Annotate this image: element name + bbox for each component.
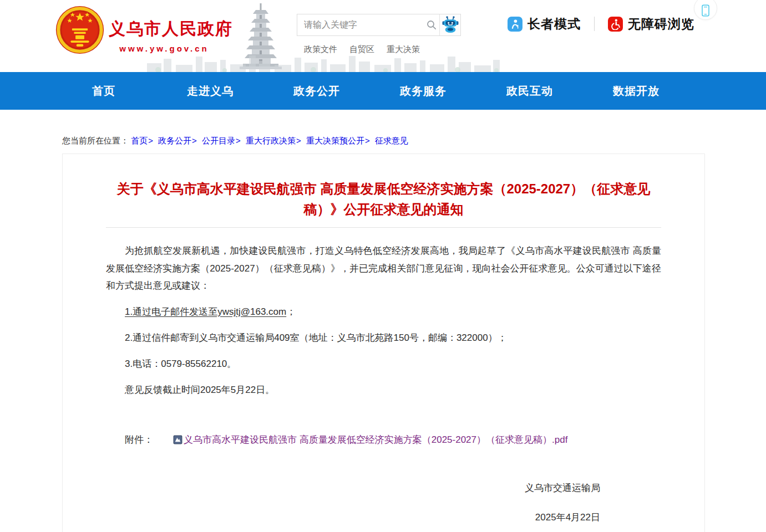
breadcrumb-separator: > — [365, 136, 370, 145]
accessibility-browse-button[interactable]: 无障碍浏览 — [608, 16, 694, 33]
article-item-mail: 2.通过信件邮寄到义乌市交通运输局409室（地址：义乌市北苑路150号，邮编：3… — [106, 329, 661, 347]
nav-item-open-data[interactable]: 数据开放 — [583, 72, 689, 110]
search-box — [297, 14, 461, 36]
breadcrumb-prefix: 您当前所在位置： — [62, 136, 129, 145]
mobile-phone-icon — [701, 4, 711, 17]
article-title: 关于《义乌市高水平建设民航强市 高质量发展低空经济实施方案（2025-2027）… — [106, 178, 661, 219]
breadcrumb-link-home[interactable]: 首页 — [131, 136, 148, 145]
wheelchair-icon — [608, 17, 623, 32]
elder-mode-label: 长者模式 — [527, 16, 581, 33]
search-button[interactable] — [423, 14, 439, 35]
mobile-version-button[interactable] — [694, 0, 717, 20]
breadcrumb-link-major-admin-decisions[interactable]: 重大行政决策 — [246, 136, 296, 145]
article-item-email: 1.通过电子邮件发送至ywsjtj@163.com； — [106, 303, 661, 321]
quick-link-ftz[interactable]: 自贸区 — [349, 44, 374, 55]
site-header: 义乌市人民政府 www.yw.gov.cn — [0, 0, 766, 72]
accessibility-toolbar: 长者模式 无障碍浏览 — [508, 15, 694, 33]
article-item-phone: 3.电话：0579-85562210。 — [106, 355, 661, 373]
chatbot-robot-icon — [441, 15, 460, 35]
nav-item-interaction[interactable]: 政民互动 — [476, 72, 583, 110]
article-card: 关于《义乌市高水平建设民航强市 高质量发展低空经济实施方案（2025-2027）… — [62, 154, 705, 532]
signature-department: 义乌市交通运输局 — [106, 482, 661, 494]
main-nav: 首页 走进义乌 政务公开 政务服务 政民互动 数据开放 — [0, 72, 766, 110]
breadcrumb-link-catalog[interactable]: 公开目录 — [202, 136, 235, 145]
elder-person-icon — [508, 17, 522, 32]
article-paragraph: 为抢抓航空发展新机遇，加快建设民航强市，打造义乌特色低空经济发展高地，我局起草了… — [106, 242, 661, 295]
article-item-deadline: 意见反馈截止时间2025年5月22日。 — [106, 381, 661, 399]
breadcrumb-separator: > — [236, 136, 241, 145]
page: 义乌市人民政府 www.yw.gov.cn — [0, 0, 766, 532]
breadcrumb-link-pre-disclosure[interactable]: 重大决策预公开 — [306, 136, 364, 145]
search-icon — [426, 19, 437, 30]
quick-link-policy[interactable]: 政策文件 — [304, 44, 337, 55]
attachment-label: 附件： — [125, 434, 153, 445]
breadcrumb-link-solicit-opinions[interactable]: 征求意见 — [375, 136, 408, 145]
attachment-link[interactable]: 义乌市高水平建设民航强市 高质量发展低空经济实施方案（2025-2027）（征求… — [184, 434, 567, 445]
site-brand[interactable]: 义乌市人民政府 www.yw.gov.cn — [109, 18, 220, 53]
breadcrumb-separator: > — [192, 136, 197, 145]
document-file-icon — [154, 435, 182, 447]
quick-link-major-decisions[interactable]: 重大决策 — [387, 44, 420, 55]
toolbar-divider — [594, 17, 595, 31]
nav-item-gov-info[interactable]: 政务公开 — [263, 72, 370, 110]
signature-date: 2025年4月22日 — [106, 511, 661, 524]
site-title: 义乌市人民政府 — [109, 18, 220, 40]
accessibility-label: 无障碍浏览 — [628, 16, 694, 33]
main-nav-items: 首页 走进义乌 政务公开 政务服务 政民互动 数据开放 — [50, 72, 689, 110]
nav-item-about-yiwu[interactable]: 走进义乌 — [157, 72, 263, 110]
attachment-row: 附件：义乌市高水平建设民航强市 高质量发展低空经济实施方案（2025-2027）… — [106, 433, 661, 447]
national-emblem-icon — [55, 6, 104, 54]
nav-item-home[interactable]: 首页 — [50, 72, 157, 110]
national-emblem-logo[interactable] — [55, 6, 104, 55]
header-quick-links: 政策文件 自贸区 重大决策 — [304, 44, 420, 55]
breadcrumb: 您当前所在位置： 首页> 政务公开> 公开目录> 重大行政决策> 重大决策预公开… — [62, 136, 408, 146]
elder-mode-button[interactable]: 长者模式 — [508, 16, 581, 33]
breadcrumb-separator: > — [148, 136, 153, 145]
nav-item-gov-services[interactable]: 政务服务 — [370, 72, 476, 110]
breadcrumb-link-gov-info[interactable]: 政务公开 — [158, 136, 191, 145]
search-input[interactable] — [297, 14, 423, 35]
chatbot-button[interactable] — [439, 14, 460, 35]
breadcrumb-separator: > — [296, 136, 301, 145]
title-divider — [106, 227, 661, 228]
